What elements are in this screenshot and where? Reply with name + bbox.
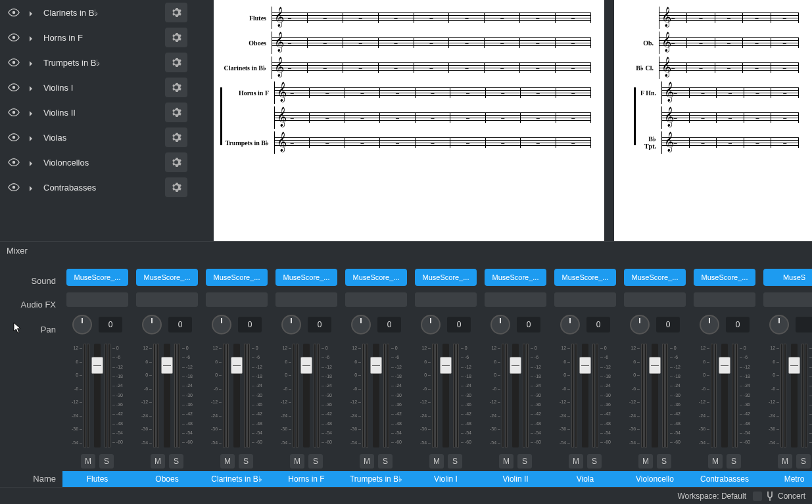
staff[interactable]: Oboes 𝄞 bbox=[220, 32, 591, 54]
pan-value[interactable]: 0 bbox=[99, 317, 122, 332]
pan-knob[interactable] bbox=[769, 315, 789, 334]
sound-selector[interactable]: MuseScore_... bbox=[66, 269, 128, 286]
chevron-right-icon[interactable] bbox=[29, 34, 34, 41]
settings-button[interactable] bbox=[165, 53, 187, 72]
audio-fx-slot[interactable] bbox=[136, 292, 198, 307]
channel-name[interactable]: Viola bbox=[550, 471, 620, 487]
chevron-right-icon[interactable] bbox=[29, 184, 34, 191]
instrument-row[interactable]: Violas bbox=[0, 125, 195, 150]
pan-knob[interactable] bbox=[630, 315, 650, 334]
concert-pitch-toggle[interactable]: Concert bbox=[753, 492, 805, 501]
staff-lines[interactable]: 𝄞 bbox=[661, 81, 799, 104]
visibility-icon[interactable] bbox=[8, 83, 20, 91]
staff[interactable]: Clarinets in B♭ 𝄞 bbox=[220, 57, 591, 79]
sound-selector[interactable]: MuseScore_... bbox=[275, 269, 337, 286]
audio-fx-slot[interactable] bbox=[275, 292, 337, 307]
staff-lines[interactable]: 𝄞 bbox=[659, 7, 799, 29]
solo-button[interactable]: S bbox=[727, 454, 741, 469]
pan-knob[interactable] bbox=[421, 315, 441, 334]
mute-button[interactable]: M bbox=[81, 454, 95, 469]
settings-button[interactable] bbox=[165, 177, 187, 197]
audio-fx-slot[interactable] bbox=[763, 292, 812, 307]
instrument-row[interactable]: Violoncellos bbox=[0, 150, 195, 175]
staff[interactable]: 𝄞 bbox=[634, 7, 799, 29]
pan-value[interactable]: 0 bbox=[586, 317, 610, 332]
mute-button[interactable]: M bbox=[429, 454, 444, 469]
volume-fader[interactable] bbox=[303, 344, 310, 447]
fader-handle[interactable] bbox=[161, 357, 173, 374]
visibility-icon[interactable] bbox=[8, 158, 20, 166]
settings-button[interactable] bbox=[165, 127, 187, 147]
sound-selector[interactable]: MuseS bbox=[763, 269, 812, 286]
staff[interactable]: B♭ Tpt. 𝄞 bbox=[636, 131, 799, 154]
sound-selector[interactable]: MuseScore_... bbox=[554, 269, 616, 286]
staff[interactable]: Trumpets in B♭ 𝄞 bbox=[223, 131, 591, 154]
mute-button[interactable]: M bbox=[151, 454, 165, 469]
sound-selector[interactable]: MuseScore_... bbox=[206, 269, 268, 286]
score-page-side[interactable]: 𝄞 Ob. 𝄞 B♭ Cl. 𝄞 F Hn. 𝄞 𝄞 bbox=[614, 0, 812, 241]
staff[interactable]: Flutes 𝄞 bbox=[220, 7, 591, 29]
volume-fader[interactable] bbox=[582, 344, 588, 447]
volume-fader[interactable] bbox=[233, 344, 240, 447]
visibility-icon[interactable] bbox=[8, 9, 20, 16]
volume-fader[interactable] bbox=[442, 344, 449, 447]
audio-fx-slot[interactable] bbox=[624, 292, 686, 307]
instrument-row[interactable]: Violins I bbox=[0, 75, 195, 100]
fader-handle[interactable] bbox=[370, 357, 382, 374]
solo-button[interactable]: S bbox=[99, 454, 114, 469]
chevron-right-icon[interactable] bbox=[29, 159, 34, 166]
settings-button[interactable] bbox=[165, 3, 187, 22]
staff[interactable]: 𝄞 bbox=[223, 106, 591, 129]
fader-handle[interactable] bbox=[300, 357, 312, 374]
fader-handle[interactable] bbox=[510, 357, 521, 374]
staff[interactable]: Horns in F 𝄞 bbox=[223, 81, 591, 104]
mute-button[interactable]: M bbox=[638, 454, 653, 469]
mute-button[interactable]: M bbox=[778, 454, 792, 469]
staff-lines[interactable]: 𝄞 bbox=[272, 7, 591, 29]
channel-name[interactable]: Metro bbox=[759, 471, 812, 487]
sound-selector[interactable]: MuseScore_... bbox=[694, 269, 755, 286]
staff-lines[interactable]: 𝄞 bbox=[274, 81, 591, 104]
pan-value[interactable]: 0 bbox=[726, 317, 750, 332]
settings-button[interactable] bbox=[165, 78, 187, 97]
solo-button[interactable]: S bbox=[378, 454, 393, 469]
staff[interactable]: 𝄞 bbox=[636, 106, 799, 129]
instrument-row[interactable]: Violins II bbox=[0, 100, 195, 125]
volume-fader[interactable] bbox=[791, 344, 798, 447]
mute-button[interactable]: M bbox=[360, 454, 374, 469]
fader-handle[interactable] bbox=[579, 357, 591, 374]
audio-fx-slot[interactable] bbox=[694, 292, 755, 307]
settings-button[interactable] bbox=[165, 152, 187, 172]
volume-fader[interactable] bbox=[164, 344, 170, 447]
chevron-right-icon[interactable] bbox=[29, 134, 34, 141]
visibility-icon[interactable] bbox=[8, 183, 20, 191]
instrument-row[interactable]: Clarinets in B♭ bbox=[0, 0, 195, 25]
channel-name[interactable]: Horns in F bbox=[272, 471, 341, 487]
solo-button[interactable]: S bbox=[796, 454, 811, 469]
channel-name[interactable]: Violoncello bbox=[620, 471, 690, 487]
fader-handle[interactable] bbox=[231, 357, 243, 374]
pan-knob[interactable] bbox=[142, 315, 162, 334]
pan-knob[interactable] bbox=[281, 315, 301, 334]
pan-value[interactable] bbox=[796, 317, 812, 332]
staff-lines[interactable]: 𝄞 bbox=[661, 131, 799, 154]
volume-fader[interactable] bbox=[652, 344, 658, 447]
solo-button[interactable]: S bbox=[308, 454, 323, 469]
solo-button[interactable]: S bbox=[239, 454, 253, 469]
sound-selector[interactable]: MuseScore_... bbox=[624, 269, 686, 286]
visibility-icon[interactable] bbox=[8, 133, 20, 141]
mute-button[interactable]: M bbox=[569, 454, 583, 469]
chevron-right-icon[interactable] bbox=[29, 59, 34, 66]
fader-handle[interactable] bbox=[440, 357, 452, 374]
sound-selector[interactable]: MuseScore_... bbox=[136, 269, 198, 286]
channel-name[interactable]: Violin I bbox=[411, 471, 481, 487]
audio-fx-slot[interactable] bbox=[485, 292, 546, 307]
sound-selector[interactable]: MuseScore_... bbox=[345, 269, 407, 286]
pan-value[interactable]: 0 bbox=[168, 317, 192, 332]
pan-value[interactable]: 0 bbox=[377, 317, 401, 332]
instrument-row[interactable]: Contrabasses bbox=[0, 175, 195, 200]
channel-name[interactable]: Trumpets in B♭ bbox=[341, 471, 411, 487]
volume-fader[interactable] bbox=[373, 344, 379, 447]
visibility-icon[interactable] bbox=[8, 58, 20, 66]
instrument-row[interactable]: Trumpets in B♭ bbox=[0, 50, 195, 75]
